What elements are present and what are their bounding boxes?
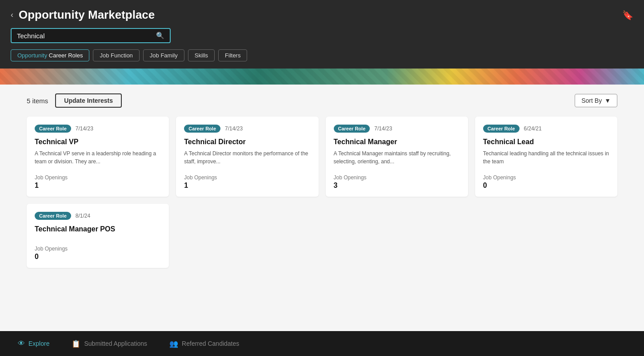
tab-career-roles[interactable]: Opportunity Career Roles: [11, 49, 89, 61]
card-title: Technical Manager: [334, 138, 460, 146]
card-date: 8/1/24: [76, 213, 90, 219]
bottom-nav: 👁 Explore 📋 Submitted Applications 👥 Ref…: [0, 331, 644, 356]
card-description: A Technical VP serve in a leadership rol…: [35, 150, 161, 166]
search-icon[interactable]: 🔍: [156, 32, 164, 40]
tab-label: Job Family: [150, 52, 178, 59]
nav-referred-label: Referred Candidates: [182, 340, 239, 347]
nav-referred-candidates[interactable]: 👥 Referred Candidates: [169, 340, 239, 348]
sort-by-label: Sort By: [581, 97, 602, 104]
search-input[interactable]: [17, 32, 156, 40]
bookmark-icon[interactable]: 🔖: [622, 10, 633, 20]
applications-icon: 📋: [72, 340, 80, 348]
card-title: Technical VP: [35, 138, 161, 146]
filter-tabs: Opportunity Career Roles Job Function Jo…: [11, 49, 633, 61]
tab-job-family[interactable]: Job Family: [143, 49, 184, 61]
job-openings-label: Job Openings: [334, 174, 460, 181]
card-header-row: Career Role 8/1/24: [35, 212, 161, 220]
card-technical-manager: Career Role 7/14/23 Technical Manager A …: [326, 117, 468, 197]
job-openings-label: Job Openings: [35, 174, 161, 181]
card-date: 7/14/23: [76, 125, 93, 132]
nav-submitted-label: Submitted Applications: [84, 340, 147, 347]
people-icon: 👥: [169, 340, 178, 348]
tab-skills[interactable]: Skills: [188, 49, 215, 61]
card-title: Technical Manager POS: [35, 225, 161, 233]
page-title: Opportunity Marketplace: [19, 8, 155, 22]
job-openings-count: 0: [35, 253, 161, 261]
tab-job-function[interactable]: Job Function: [93, 49, 139, 61]
card-header-row: Career Role 6/24/21: [483, 125, 609, 133]
tab-label: Skills: [195, 52, 208, 59]
career-role-badge: Career Role: [184, 125, 220, 133]
job-openings-label: Job Openings: [184, 174, 310, 181]
card-header-row: Career Role 7/14/23: [35, 125, 161, 133]
header: ‹ Opportunity Marketplace 🔖 🔍 Opportunit…: [0, 0, 644, 69]
job-openings-label: Job Openings: [35, 246, 161, 252]
tab-filters[interactable]: Filters: [218, 49, 247, 61]
content-header: 5 items Update Interests Sort By ▼: [27, 93, 617, 108]
content-header-left: 5 items Update Interests: [27, 93, 122, 108]
card-technical-director: Career Role 7/14/23 Technical Director A…: [176, 117, 318, 197]
tab-prefix: Opportunity: [17, 52, 49, 59]
back-arrow-icon[interactable]: ‹: [11, 10, 13, 20]
card-header-row: Career Role 7/14/23: [334, 125, 460, 133]
card-footer: Job Openings 1: [184, 174, 310, 190]
job-openings-count: 1: [35, 182, 161, 190]
main-content: 5 items Update Interests Sort By ▼ Caree…: [0, 85, 644, 347]
cards-row-2: Career Role 8/1/24 Technical Manager POS…: [27, 204, 617, 268]
sort-by-button[interactable]: Sort By ▼: [575, 94, 617, 107]
decorative-banner: [0, 69, 644, 85]
card-description: A Technical Manager maintains staff by r…: [334, 150, 460, 166]
search-box: 🔍: [11, 28, 171, 43]
job-openings-label: Job Openings: [483, 174, 609, 181]
chevron-down-icon: ▼: [604, 97, 611, 104]
card-header-row: Career Role 7/14/23: [184, 125, 310, 133]
job-openings-count: 0: [483, 182, 609, 190]
tab-label: Filters: [225, 52, 240, 59]
card-footer: Job Openings 1: [35, 174, 161, 190]
tab-label: Job Function: [100, 52, 132, 59]
card-date: 6/24/21: [524, 125, 542, 132]
card-date: 7/14/23: [225, 125, 243, 132]
career-role-badge: Career Role: [334, 125, 370, 133]
eye-icon: 👁: [18, 340, 25, 348]
update-interests-button[interactable]: Update Interests: [55, 93, 122, 108]
card-footer: Job Openings 0: [483, 174, 609, 190]
card-title: Technical Director: [184, 138, 310, 146]
card-footer: Job Openings 0: [35, 246, 161, 261]
card-footer: Job Openings 3: [334, 174, 460, 190]
nav-explore-label: Explore: [28, 340, 49, 347]
card-technical-lead: Career Role 6/24/21 Technical Lead Techa…: [475, 117, 617, 197]
card-title: Technical Lead: [483, 138, 609, 146]
card-technical-vp: Career Role 7/14/23 Technical VP A Techn…: [27, 117, 169, 197]
career-role-badge: Career Role: [483, 125, 520, 133]
items-count: 5 items: [27, 97, 48, 105]
tab-label: Career Roles: [49, 52, 83, 59]
nav-submitted-applications[interactable]: 📋 Submitted Applications: [72, 340, 147, 348]
card-technical-manager-pos: Career Role 8/1/24 Technical Manager POS…: [27, 204, 169, 268]
job-openings-count: 3: [334, 182, 460, 190]
header-top: ‹ Opportunity Marketplace 🔖: [11, 8, 633, 22]
card-description: Techanical leading handling all the tech…: [483, 150, 609, 166]
card-date: 7/14/23: [374, 125, 392, 132]
career-role-badge: Career Role: [35, 212, 71, 220]
card-description: A Technical Director monitors the perfor…: [184, 150, 310, 166]
search-row: 🔍: [11, 28, 633, 43]
career-role-badge: Career Role: [35, 125, 71, 133]
job-openings-count: 1: [184, 182, 310, 190]
nav-explore[interactable]: 👁 Explore: [18, 340, 49, 348]
cards-row-1: Career Role 7/14/23 Technical VP A Techn…: [27, 117, 617, 197]
